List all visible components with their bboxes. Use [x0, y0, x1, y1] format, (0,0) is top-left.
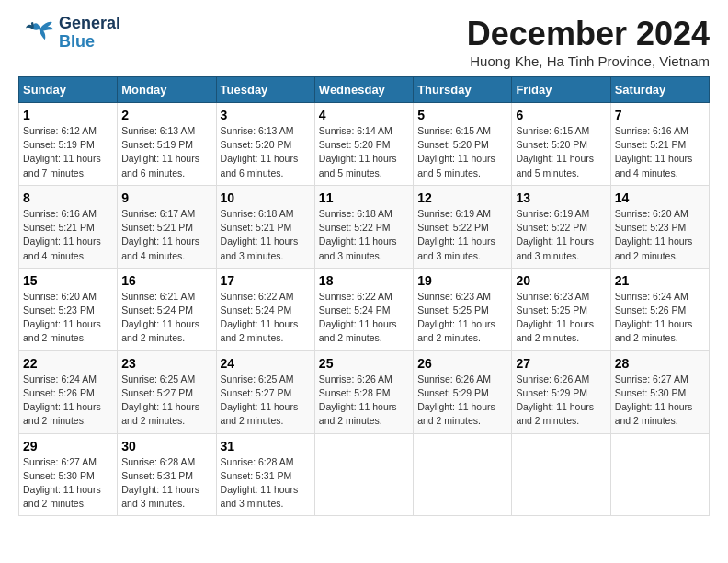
- day-number-19: 19: [417, 273, 507, 288]
- day-cell-27: 27Sunrise: 6:26 AM Sunset: 5:29 PM Dayli…: [512, 350, 610, 433]
- day-number-10: 10: [221, 190, 311, 205]
- calendar-body: 1Sunrise: 6:12 AM Sunset: 5:19 PM Daylig…: [19, 103, 710, 516]
- day-info-13: Sunrise: 6:19 AM Sunset: 5:22 PM Dayligh…: [516, 207, 606, 263]
- day-cell-9: 9Sunrise: 6:17 AM Sunset: 5:21 PM Daylig…: [118, 185, 216, 268]
- day-cell-2: 2Sunrise: 6:13 AM Sunset: 5:19 PM Daylig…: [118, 103, 216, 186]
- day-number-5: 5: [417, 108, 507, 122]
- day-cell-28: 28Sunrise: 6:27 AM Sunset: 5:30 PM Dayli…: [610, 350, 709, 433]
- day-number-29: 29: [23, 439, 113, 454]
- empty-cell: [314, 433, 413, 516]
- day-info-26: Sunrise: 6:26 AM Sunset: 5:29 PM Dayligh…: [417, 373, 507, 429]
- week-row-2: 8Sunrise: 6:16 AM Sunset: 5:21 PM Daylig…: [19, 185, 710, 268]
- day-cell-18: 18Sunrise: 6:22 AM Sunset: 5:24 PM Dayli…: [314, 268, 413, 350]
- empty-cell: [512, 433, 610, 516]
- day-cell-23: 23Sunrise: 6:25 AM Sunset: 5:27 PM Dayli…: [118, 350, 216, 433]
- column-header-friday: Friday: [512, 77, 610, 103]
- month-title: December 2024: [467, 15, 710, 53]
- week-row-3: 15Sunrise: 6:20 AM Sunset: 5:23 PM Dayli…: [19, 268, 710, 350]
- day-number-26: 26: [417, 356, 507, 371]
- day-number-18: 18: [319, 273, 409, 288]
- day-cell-31: 31Sunrise: 6:28 AM Sunset: 5:31 PM Dayli…: [216, 433, 314, 516]
- day-number-20: 20: [516, 273, 606, 288]
- day-number-7: 7: [615, 108, 705, 122]
- day-number-24: 24: [221, 356, 311, 371]
- day-number-15: 15: [23, 273, 113, 288]
- column-header-monday: Monday: [118, 77, 216, 103]
- day-cell-24: 24Sunrise: 6:25 AM Sunset: 5:27 PM Dayli…: [216, 350, 314, 433]
- day-cell-20: 20Sunrise: 6:23 AM Sunset: 5:25 PM Dayli…: [512, 268, 610, 350]
- day-cell-30: 30Sunrise: 6:28 AM Sunset: 5:31 PM Dayli…: [118, 433, 216, 516]
- day-info-27: Sunrise: 6:26 AM Sunset: 5:29 PM Dayligh…: [516, 373, 606, 429]
- day-info-8: Sunrise: 6:16 AM Sunset: 5:21 PM Dayligh…: [23, 207, 113, 263]
- day-info-31: Sunrise: 6:28 AM Sunset: 5:31 PM Dayligh…: [221, 455, 311, 511]
- day-info-16: Sunrise: 6:21 AM Sunset: 5:24 PM Dayligh…: [121, 290, 211, 346]
- day-info-9: Sunrise: 6:17 AM Sunset: 5:21 PM Dayligh…: [121, 207, 211, 263]
- day-cell-13: 13Sunrise: 6:19 AM Sunset: 5:22 PM Dayli…: [512, 185, 610, 268]
- day-number-11: 11: [319, 190, 409, 205]
- day-info-2: Sunrise: 6:13 AM Sunset: 5:19 PM Dayligh…: [121, 124, 211, 180]
- logo-label: General Blue: [59, 15, 120, 52]
- week-row-1: 1Sunrise: 6:12 AM Sunset: 5:19 PM Daylig…: [19, 103, 710, 186]
- day-number-30: 30: [121, 439, 211, 454]
- day-number-9: 9: [121, 190, 211, 205]
- day-number-25: 25: [319, 356, 409, 371]
- day-number-23: 23: [121, 356, 211, 371]
- day-cell-17: 17Sunrise: 6:22 AM Sunset: 5:24 PM Dayli…: [216, 268, 314, 350]
- week-row-5: 29Sunrise: 6:27 AM Sunset: 5:30 PM Dayli…: [19, 433, 710, 516]
- day-info-11: Sunrise: 6:18 AM Sunset: 5:22 PM Dayligh…: [319, 207, 409, 263]
- day-info-21: Sunrise: 6:24 AM Sunset: 5:26 PM Dayligh…: [615, 290, 705, 346]
- day-number-3: 3: [221, 108, 311, 122]
- day-number-1: 1: [23, 108, 113, 122]
- day-cell-14: 14Sunrise: 6:20 AM Sunset: 5:23 PM Dayli…: [610, 185, 709, 268]
- day-info-3: Sunrise: 6:13 AM Sunset: 5:20 PM Dayligh…: [221, 124, 311, 180]
- day-number-13: 13: [516, 190, 606, 205]
- logo-blue-text: Blue: [59, 33, 120, 52]
- calendar-table: SundayMondayTuesdayWednesdayThursdayFrid…: [18, 76, 710, 516]
- day-number-28: 28: [615, 356, 705, 371]
- day-info-30: Sunrise: 6:28 AM Sunset: 5:31 PM Dayligh…: [121, 455, 211, 511]
- day-cell-29: 29Sunrise: 6:27 AM Sunset: 5:30 PM Dayli…: [19, 433, 118, 516]
- day-cell-12: 12Sunrise: 6:19 AM Sunset: 5:22 PM Dayli…: [414, 185, 512, 268]
- day-cell-21: 21Sunrise: 6:24 AM Sunset: 5:26 PM Dayli…: [610, 268, 709, 350]
- day-info-20: Sunrise: 6:23 AM Sunset: 5:25 PM Dayligh…: [516, 290, 606, 346]
- day-info-28: Sunrise: 6:27 AM Sunset: 5:30 PM Dayligh…: [615, 373, 705, 429]
- day-number-14: 14: [615, 190, 705, 205]
- day-header-row: SundayMondayTuesdayWednesdayThursdayFrid…: [19, 77, 710, 103]
- day-info-29: Sunrise: 6:27 AM Sunset: 5:30 PM Dayligh…: [23, 455, 113, 511]
- day-number-8: 8: [23, 190, 113, 205]
- day-info-7: Sunrise: 6:16 AM Sunset: 5:21 PM Dayligh…: [615, 124, 705, 180]
- page-header: General Blue December 2024 Huong Khe, Ha…: [18, 15, 710, 69]
- day-number-2: 2: [121, 108, 211, 122]
- day-info-14: Sunrise: 6:20 AM Sunset: 5:23 PM Dayligh…: [615, 207, 705, 263]
- title-area: December 2024 Huong Khe, Ha Tinh Provinc…: [467, 15, 710, 69]
- empty-cell: [414, 433, 512, 516]
- day-number-17: 17: [221, 273, 311, 288]
- day-number-4: 4: [319, 108, 409, 122]
- day-number-12: 12: [417, 190, 507, 205]
- day-info-18: Sunrise: 6:22 AM Sunset: 5:24 PM Dayligh…: [319, 290, 409, 346]
- day-cell-15: 15Sunrise: 6:20 AM Sunset: 5:23 PM Dayli…: [19, 268, 118, 350]
- day-info-6: Sunrise: 6:15 AM Sunset: 5:20 PM Dayligh…: [516, 124, 606, 180]
- column-header-sunday: Sunday: [19, 77, 118, 103]
- day-info-10: Sunrise: 6:18 AM Sunset: 5:21 PM Dayligh…: [221, 207, 311, 263]
- column-header-wednesday: Wednesday: [314, 77, 413, 103]
- day-info-5: Sunrise: 6:15 AM Sunset: 5:20 PM Dayligh…: [417, 124, 507, 180]
- day-info-23: Sunrise: 6:25 AM Sunset: 5:27 PM Dayligh…: [121, 373, 211, 429]
- day-cell-16: 16Sunrise: 6:21 AM Sunset: 5:24 PM Dayli…: [118, 268, 216, 350]
- day-info-1: Sunrise: 6:12 AM Sunset: 5:19 PM Dayligh…: [23, 124, 113, 180]
- day-info-25: Sunrise: 6:26 AM Sunset: 5:28 PM Dayligh…: [319, 373, 409, 429]
- day-cell-4: 4Sunrise: 6:14 AM Sunset: 5:20 PM Daylig…: [314, 103, 413, 186]
- column-header-thursday: Thursday: [414, 77, 512, 103]
- day-info-24: Sunrise: 6:25 AM Sunset: 5:27 PM Dayligh…: [221, 373, 311, 429]
- day-number-31: 31: [221, 439, 311, 454]
- day-cell-3: 3Sunrise: 6:13 AM Sunset: 5:20 PM Daylig…: [216, 103, 314, 186]
- day-info-12: Sunrise: 6:19 AM Sunset: 5:22 PM Dayligh…: [417, 207, 507, 263]
- day-cell-25: 25Sunrise: 6:26 AM Sunset: 5:28 PM Dayli…: [314, 350, 413, 433]
- day-cell-7: 7Sunrise: 6:16 AM Sunset: 5:21 PM Daylig…: [610, 103, 709, 186]
- day-cell-19: 19Sunrise: 6:23 AM Sunset: 5:25 PM Dayli…: [414, 268, 512, 350]
- day-info-19: Sunrise: 6:23 AM Sunset: 5:25 PM Dayligh…: [417, 290, 507, 346]
- calendar-header: SundayMondayTuesdayWednesdayThursdayFrid…: [19, 77, 710, 103]
- day-cell-1: 1Sunrise: 6:12 AM Sunset: 5:19 PM Daylig…: [19, 103, 118, 186]
- day-info-15: Sunrise: 6:20 AM Sunset: 5:23 PM Dayligh…: [23, 290, 113, 346]
- logo-icon: [18, 15, 55, 52]
